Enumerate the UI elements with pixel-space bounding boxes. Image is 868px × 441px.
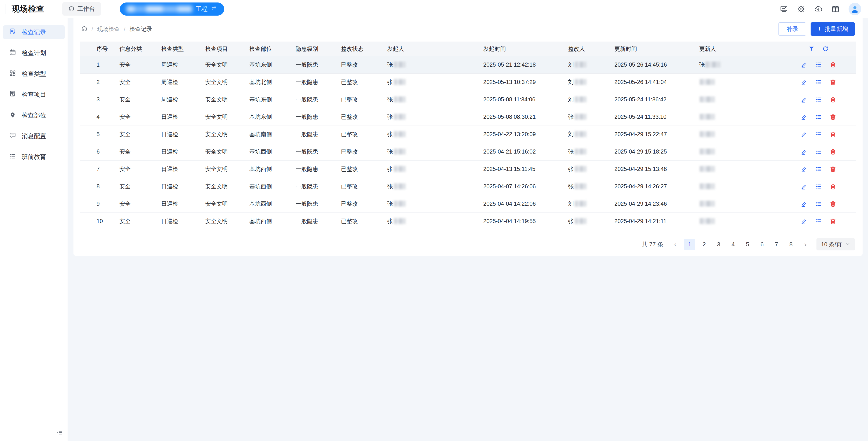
- delete-icon[interactable]: [830, 201, 836, 207]
- edit-icon[interactable]: [801, 166, 807, 172]
- location-pin-icon: [9, 111, 16, 120]
- sidebar-item-label: 检查计划: [22, 49, 46, 57]
- cell-actions: [781, 143, 856, 160]
- redacted-name: [575, 201, 587, 207]
- cell-initiator: 张: [385, 212, 482, 230]
- table-row[interactable]: 1 安全 周巡检 安全文明 基坑东侧 一般隐患 已整改 张 2025-05-21…: [80, 56, 856, 73]
- project-switcher-pill[interactable]: 工程: [120, 2, 224, 15]
- manual-icon[interactable]: [831, 5, 839, 13]
- edit-icon[interactable]: [801, 61, 807, 68]
- table-row[interactable]: 6 安全 日巡检 安全文明 基坑西侧 一般隐患 已整改 张 2025-04-21…: [80, 143, 856, 160]
- table-row[interactable]: 7 安全 日巡检 安全文明 基坑西侧 一般隐患 已整改 张 2025-04-13…: [80, 160, 856, 178]
- page-button-8[interactable]: 8: [785, 239, 797, 250]
- workbench-button[interactable]: 工作台: [62, 2, 101, 15]
- detail-list-icon[interactable]: [815, 61, 822, 68]
- detail-list-icon[interactable]: [815, 183, 822, 190]
- cell-category: 安全: [118, 160, 159, 178]
- cell-item: 安全文明: [204, 195, 248, 212]
- page-button-4[interactable]: 4: [727, 239, 739, 250]
- edit-icon[interactable]: [801, 218, 807, 225]
- cell-status: 已整改: [339, 143, 385, 160]
- delete-icon[interactable]: [830, 131, 836, 138]
- delete-icon[interactable]: [830, 79, 836, 86]
- settings-icon[interactable]: [797, 5, 805, 13]
- edit-icon[interactable]: [801, 79, 807, 86]
- table-row[interactable]: 4 安全 日巡检 安全文明 基坑东侧 一般隐患 已整改 张 2025-05-08…: [80, 108, 856, 126]
- cell-level: 一般隐患: [294, 212, 339, 230]
- refresh-icon[interactable]: [822, 45, 829, 52]
- detail-list-icon[interactable]: [815, 218, 822, 225]
- sidebar-item-inspection-types[interactable]: 检查类型: [3, 67, 65, 81]
- collapse-sidebar-icon[interactable]: [56, 429, 63, 436]
- redacted-name: [575, 218, 587, 224]
- avatar[interactable]: [848, 3, 861, 15]
- dashboard-icon[interactable]: [780, 5, 788, 13]
- edit-icon[interactable]: [801, 131, 807, 138]
- cell-level: 一般隐患: [294, 108, 339, 126]
- table-row[interactable]: 5 安全 日巡检 安全文明 基坑南侧 一般隐患 已整改 张 2025-04-22…: [80, 126, 856, 143]
- detail-list-icon[interactable]: [815, 148, 822, 155]
- delete-icon[interactable]: [830, 166, 836, 172]
- redacted-name: [394, 218, 406, 224]
- redacted-name: [575, 62, 587, 68]
- sidebar-item-inspection-plans[interactable]: 检查计划: [3, 46, 65, 60]
- table-row[interactable]: 9 安全 日巡检 安全文明 基坑西侧 一般隐患 已整改 张 2025-04-04…: [80, 195, 856, 212]
- detail-list-icon[interactable]: [815, 166, 822, 172]
- cell-initiator: 张: [385, 178, 482, 195]
- table-row[interactable]: 10 安全 日巡检 安全文明 基坑西侧 一般隐患 已整改 张 2025-04-0…: [80, 212, 856, 230]
- sidebar-item-pre-shift-education[interactable]: 班前教育: [3, 150, 65, 164]
- cell-updater: [698, 160, 781, 178]
- cell-updater: [698, 195, 781, 212]
- cell-updater: [698, 178, 781, 195]
- sidebar: 检查记录 检查计划 检查类型 检查项目 检查部位 消息配置 班前教育: [0, 18, 68, 441]
- next-page-button[interactable]: ›: [800, 239, 811, 250]
- page-button-7[interactable]: 7: [771, 239, 782, 250]
- delete-icon[interactable]: [830, 218, 836, 225]
- edit-icon[interactable]: [801, 201, 807, 207]
- page-button-2[interactable]: 2: [699, 239, 710, 250]
- filter-funnel-icon[interactable]: [808, 45, 815, 52]
- home-icon[interactable]: [81, 25, 88, 33]
- cloud-download-icon[interactable]: [814, 5, 822, 13]
- page-size-select[interactable]: 10 条/页: [816, 238, 855, 250]
- table-row[interactable]: 2 安全 周巡检 安全文明 基坑北侧 一般隐患 已整改 张 2025-05-13…: [80, 73, 856, 91]
- batch-add-button[interactable]: + 批量新增: [811, 22, 855, 36]
- page-button-1[interactable]: 1: [684, 239, 695, 250]
- supplement-record-button[interactable]: 补录: [778, 22, 806, 36]
- cell-updated-time: 2025-05-26 14:45:16: [613, 56, 698, 73]
- cell-updater: [698, 108, 781, 126]
- page-button-5[interactable]: 5: [742, 239, 753, 250]
- breadcrumb-item-parent[interactable]: 现场检查: [97, 25, 120, 33]
- edit-icon[interactable]: [801, 183, 807, 190]
- table-row[interactable]: 3 安全 周巡检 安全文明 基坑东侧 一般隐患 已整改 张 2025-05-08…: [80, 91, 856, 108]
- sidebar-item-inspection-records[interactable]: 检查记录: [3, 25, 65, 39]
- edit-icon[interactable]: [801, 113, 807, 121]
- sidebar-item-label: 检查类型: [22, 70, 46, 78]
- sidebar-item-inspection-locations[interactable]: 检查部位: [3, 108, 65, 123]
- delete-icon[interactable]: [830, 96, 836, 103]
- delete-icon[interactable]: [830, 61, 836, 68]
- table-row[interactable]: 8 安全 日巡检 安全文明 基坑西侧 一般隐患 已整改 张 2025-04-07…: [80, 178, 856, 195]
- edit-icon[interactable]: [801, 148, 807, 155]
- detail-list-icon[interactable]: [815, 131, 822, 138]
- sidebar-item-inspection-items[interactable]: 检查项目: [3, 88, 65, 102]
- edit-icon[interactable]: [801, 96, 807, 103]
- page-button-6[interactable]: 6: [756, 239, 768, 250]
- delete-icon[interactable]: [830, 148, 836, 155]
- prev-page-button[interactable]: ‹: [670, 239, 681, 250]
- sidebar-item-message-config[interactable]: 消息配置: [3, 129, 65, 143]
- cell-item: 安全文明: [204, 91, 248, 108]
- detail-list-icon[interactable]: [815, 79, 822, 86]
- cell-index: 6: [80, 143, 118, 160]
- delete-icon[interactable]: [830, 113, 836, 121]
- redacted-name: [700, 79, 715, 85]
- cell-item: 安全文明: [204, 160, 248, 178]
- cell-updater: [698, 73, 781, 91]
- page-size-label: 10 条/页: [821, 241, 842, 248]
- detail-list-icon[interactable]: [815, 201, 822, 207]
- detail-list-icon[interactable]: [815, 96, 822, 103]
- detail-list-icon[interactable]: [815, 113, 822, 121]
- page-button-3[interactable]: 3: [713, 239, 724, 250]
- delete-icon[interactable]: [830, 183, 836, 190]
- redacted-name: [394, 183, 406, 189]
